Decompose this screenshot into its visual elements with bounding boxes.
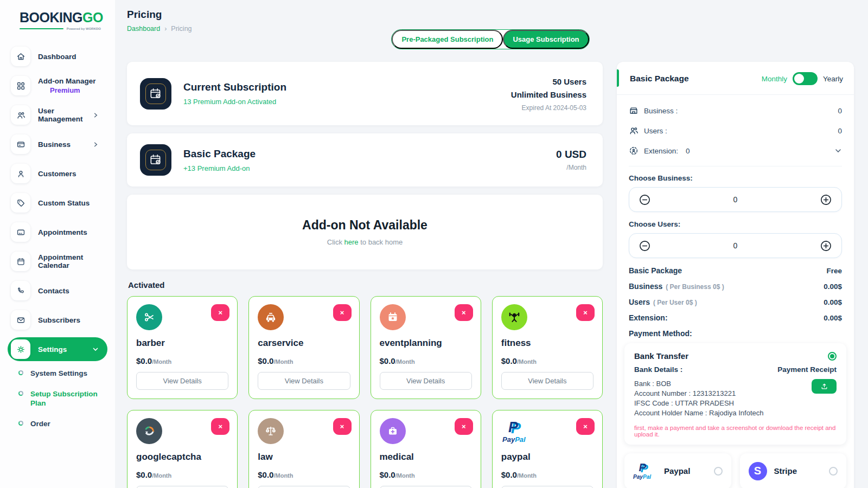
sidebar-item-appointments[interactable]: Appointments: [8, 220, 107, 244]
breadcrumb: Dashboard › Pricing: [127, 25, 192, 33]
minus-icon[interactable]: [639, 194, 651, 206]
plus-icon[interactable]: [820, 240, 832, 252]
sidebar-item-label: Settings: [38, 345, 67, 354]
bank-line: Account Holder Name : Rajodiya Infotech: [634, 408, 777, 418]
addon-per: /Month: [395, 472, 415, 479]
users-icon: [629, 126, 639, 136]
back-home-link[interactable]: here: [344, 238, 359, 246]
sidebar-nav: Dashboard Add-on Manager Premium User Ma…: [8, 44, 107, 428]
close-icon[interactable]: ×: [576, 418, 595, 435]
addon-per: /Month: [517, 358, 537, 365]
tab-prepackaged-subscription[interactable]: Pre-Packaged Subscription: [392, 30, 503, 49]
business-icon: [629, 106, 639, 115]
summary-row-basic-package: Basic Package Free: [629, 266, 842, 275]
subscription-calendar-icon-inner: [145, 150, 166, 170]
page-title: Pricing: [127, 9, 192, 21]
sidebar-item-contacts[interactable]: Contacts: [8, 279, 107, 303]
app-root: BOOKINGGO Powered by WORKDO Dashboard Ad…: [0, 0, 868, 488]
sidebar-item-label: Contacts: [38, 287, 69, 295]
addon-price: $0.0: [136, 470, 152, 479]
current-subscription-card: Current Subscription 13 Premium Add-on A…: [127, 62, 603, 125]
tab-usage-subscription[interactable]: Usage Subscription: [503, 30, 589, 49]
gateway-label: Stripe: [774, 466, 797, 476]
close-icon[interactable]: ×: [455, 418, 473, 435]
bank-line: Bank : BOB: [634, 379, 777, 389]
bullet-icon: [18, 421, 23, 426]
plus-icon[interactable]: [820, 194, 832, 206]
chevron-down-icon: [92, 346, 99, 352]
view-details-button[interactable]: View Details: [501, 372, 593, 390]
summary-note: ( Per User 0$ ): [653, 299, 697, 306]
sidebar-item-custom-status[interactable]: Custom Status: [8, 191, 107, 215]
gateway-stripe[interactable]: S Stripe: [740, 453, 847, 488]
billing-yearly-label[interactable]: Yearly: [823, 75, 843, 83]
subnav-item-label: System Settings: [30, 369, 101, 378]
brand-powered-by: Powered by WORKDO: [20, 27, 101, 30]
sidebar-item-appointment-calendar[interactable]: Appointment Calendar: [8, 249, 107, 273]
addon-name: barber: [136, 338, 228, 349]
eventplanning-icon: [380, 304, 406, 330]
brand-logo[interactable]: BOOKINGGO Powered by WORKDO: [8, 10, 107, 30]
googlecaptcha-icon: [136, 418, 162, 444]
close-icon[interactable]: ×: [211, 304, 229, 321]
sidebar-item-business[interactable]: Business: [8, 132, 107, 156]
billing-toggle[interactable]: [793, 72, 818, 85]
current-subscription-users: 50 Users: [511, 75, 586, 88]
fitness-icon: [501, 304, 527, 330]
page-head: Pricing Dashboard › Pricing: [127, 9, 192, 33]
counter-row-extension[interactable]: Extension: 0: [629, 146, 842, 156]
addon-per: /Month: [152, 472, 171, 479]
summary-row-business: Business ( Per Business 0$ ) 0.00$: [629, 282, 842, 291]
close-icon[interactable]: ×: [333, 418, 352, 435]
close-icon[interactable]: ×: [211, 418, 229, 435]
sidebar-item-dashboard[interactable]: Dashboard: [8, 44, 107, 68]
sidebar-item-customers[interactable]: Customers: [8, 162, 107, 185]
sidebar-item-user-management[interactable]: User Management: [8, 103, 107, 127]
svg-text:PayPal: PayPal: [502, 435, 526, 444]
powered-by-label: Powered by WORKDO: [67, 27, 101, 30]
bank-transfer-radio[interactable]: [828, 352, 837, 361]
view-details-button[interactable]: View Details: [501, 486, 593, 488]
breadcrumb-separator: ›: [164, 25, 167, 33]
stripe-radio[interactable]: [829, 467, 838, 476]
gateway-paypal[interactable]: P P PayPal Paypal: [624, 453, 731, 488]
counter-label: Extension:: [644, 147, 678, 155]
billing-monthly-label[interactable]: Monthly: [762, 75, 787, 83]
gear-icon: [11, 339, 30, 359]
breadcrumb-dashboard-link[interactable]: Dashboard: [127, 25, 160, 33]
summary-value: 0.00$: [824, 314, 842, 322]
close-icon[interactable]: ×: [576, 304, 595, 321]
basic-package-card: Basic Package +13 Premium Add-on 0 USD /…: [127, 133, 603, 187]
view-details-button[interactable]: View Details: [380, 372, 472, 390]
plan-panel-body: Business : 0 Users : 0 Extension: 0: [617, 95, 854, 488]
subnav-item-system-settings[interactable]: System Settings: [18, 369, 107, 378]
carservice-icon: [258, 304, 284, 330]
paypal-radio[interactable]: [714, 467, 723, 476]
brand-name: BOOKINGGO: [20, 10, 107, 25]
view-details-button[interactable]: View Details: [258, 486, 350, 488]
addon-card-fitness: × fitness $0.0/Month View Details: [492, 296, 603, 399]
subnav-item-order[interactable]: Order: [18, 419, 107, 429]
view-details-button[interactable]: View Details: [258, 372, 350, 390]
current-subscription-expired: Expired At 2024-05-03: [511, 104, 586, 112]
upload-receipt-button[interactable]: [812, 379, 837, 394]
svg-text:PayPal: PayPal: [633, 474, 651, 480]
sidebar-item-subscribers[interactable]: Subscribers: [8, 308, 107, 332]
sidebar-item-addon-manager[interactable]: Add-on Manager Premium: [8, 74, 107, 98]
minus-icon[interactable]: [639, 240, 651, 252]
view-details-button[interactable]: View Details: [136, 486, 228, 488]
view-details-button[interactable]: View Details: [136, 372, 228, 390]
summary-row-users: Users ( Per User 0$ ) 0.00$: [629, 298, 842, 306]
svg-text:P: P: [639, 461, 647, 473]
sidebar-item-settings[interactable]: Settings: [8, 337, 107, 361]
view-details-button[interactable]: View Details: [380, 486, 472, 488]
chevron-down-icon[interactable]: [834, 147, 842, 155]
sidebar-item-label: Custom Status: [38, 199, 90, 207]
close-icon[interactable]: ×: [455, 304, 473, 321]
bank-line: IFSC Code : UTTAR PRADESH: [634, 399, 777, 408]
summary-label: Extension:: [629, 313, 668, 322]
subnav-item-setup-subscription-plan[interactable]: Setup Subscription Plan: [18, 389, 107, 408]
subnav-item-label: Order: [30, 419, 101, 429]
empty-suffix: to back home: [360, 238, 403, 246]
close-icon[interactable]: ×: [333, 304, 352, 321]
